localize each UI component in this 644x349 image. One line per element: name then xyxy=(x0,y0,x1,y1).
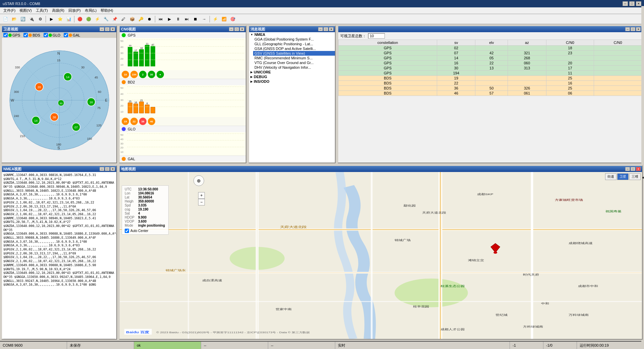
bd2-label: BD2 xyxy=(128,80,135,84)
cno-view-title: CN0视图 ─ □ ✕ xyxy=(120,26,246,32)
tb-settings[interactable]: ⚙ xyxy=(36,15,44,23)
cno-minimize[interactable]: ─ xyxy=(229,27,234,31)
svg-text:16: 16 xyxy=(89,101,93,104)
tree-vtg[interactable]: VTG (Course Over Ground and Gr... xyxy=(253,60,335,65)
auto-center-row[interactable]: Auto Center xyxy=(125,229,166,233)
tree-gga[interactable]: GGA (Global Positioning System F... xyxy=(253,37,335,42)
svg-text:30: 30 xyxy=(59,102,62,105)
tb-play2[interactable]: ▶ xyxy=(165,15,173,23)
tree-insodo[interactable]: ▶ INS/ODO xyxy=(249,79,335,84)
tb-new[interactable]: 📄 xyxy=(1,15,9,23)
tree-unicore[interactable]: ▶ UNICORE xyxy=(249,70,335,74)
tb-btn2[interactable]: 🟢 xyxy=(84,15,93,23)
tb-connect[interactable]: 🔌 xyxy=(27,15,36,23)
map-restore[interactable]: □ xyxy=(631,167,635,171)
tb-refresh[interactable]: 🔄 xyxy=(19,15,27,23)
tb-btn3[interactable]: ⚡ xyxy=(93,15,101,23)
svg-text:38: 38 xyxy=(52,116,56,119)
tb-record[interactable]: ⏺ xyxy=(145,15,154,23)
gps-dot xyxy=(122,33,126,37)
resize-handle[interactable]: ◀ xyxy=(641,25,643,164)
tb-pause[interactable]: ⏸ xyxy=(174,15,182,23)
tb-chart[interactable]: 📊 xyxy=(65,15,73,23)
const-restore[interactable]: □ xyxy=(631,27,635,31)
app-title: uSTAR R3.0.0 - COM8 xyxy=(3,2,40,6)
svg-text:桂丰花园: 桂丰花园 xyxy=(412,305,429,308)
msg-restore[interactable]: □ xyxy=(324,27,328,31)
const-close[interactable]: ✕ xyxy=(636,27,641,31)
zoom-out-btn[interactable]: − xyxy=(198,199,205,206)
tb-btn5[interactable]: 📌 xyxy=(111,15,119,23)
nmea-restore[interactable]: □ xyxy=(105,167,110,171)
menu-file[interactable]: 文件(F) xyxy=(1,7,17,14)
glo-checkbox[interactable]: GLO xyxy=(44,33,60,37)
svg-text:120: 120 xyxy=(96,124,101,127)
tb-btn8[interactable]: 🔑 xyxy=(137,15,145,23)
tb-play[interactable]: ▶ xyxy=(47,15,55,23)
cno-close[interactable]: ✕ xyxy=(240,27,244,31)
tree-gsv[interactable]: GSV (GNSS Satellites in View) xyxy=(253,51,335,56)
menu-view[interactable]: 视图(V) xyxy=(17,7,34,14)
menu-advanced[interactable]: 高级(R) xyxy=(50,7,66,14)
tb-btn1[interactable]: 🔴 xyxy=(76,15,84,23)
svg-text:锦城广场: 锦城广场 xyxy=(394,239,411,241)
minimize-btn[interactable]: ─ xyxy=(623,1,628,6)
menu-playback[interactable]: 回放(P) xyxy=(66,7,83,14)
satellite-btn[interactable]: 卫星 xyxy=(617,173,629,180)
sat-restore[interactable]: □ xyxy=(105,27,110,31)
tb-extra1[interactable]: ⚡ xyxy=(211,15,219,23)
three-btn[interactable]: 三维 xyxy=(629,173,641,180)
tb-btn7[interactable]: 📦 xyxy=(128,15,136,23)
close-btn[interactable]: ✕ xyxy=(636,1,641,6)
svg-text:45: 45 xyxy=(94,76,98,79)
const-minimize[interactable]: ─ xyxy=(625,27,630,31)
tb-arrow[interactable]: → xyxy=(200,15,208,23)
msg-minimize[interactable]: ─ xyxy=(318,27,323,31)
tree-gll[interactable]: GLL (Geographic Positioning - Lat... xyxy=(253,42,335,46)
nav-circle[interactable]: ⊕ xyxy=(193,175,204,186)
toolbar: 📄 📂 🔄 🔌 ⚙ ▶ ⭐ 📊 🔴 🟢 ⚡ 🔧 📌 🖊 📦 🔑 ⏺ ⏮ ▶ ⏸ … xyxy=(0,14,644,24)
map-minimize[interactable]: ─ xyxy=(625,167,630,171)
status-ok: ok xyxy=(134,342,201,349)
sat-close[interactable]: ✕ xyxy=(110,27,115,31)
tree-debug[interactable]: ▶ DEBUG xyxy=(249,74,335,79)
svg-text:30: 30 xyxy=(81,66,84,69)
tree-gsa[interactable]: GSA (GNSS DOP and Active Satelli... xyxy=(253,46,335,51)
svg-text:祝国寿墓: 祝国寿墓 xyxy=(605,210,622,213)
bds-checkbox[interactable]: BDS xyxy=(23,33,40,37)
nmea-minimize[interactable]: ─ xyxy=(100,167,104,171)
zoom-in-btn[interactable]: + xyxy=(198,192,205,199)
tb-stop[interactable]: ⏹ xyxy=(191,15,199,23)
svg-text:成都SKP: 成都SKP xyxy=(477,193,493,195)
tb-btn4[interactable]: 🔧 xyxy=(102,15,110,23)
tree-rmc[interactable]: RMC (Recommended Minimum S... xyxy=(253,56,335,60)
gal-checkbox[interactable]: GAL xyxy=(64,33,80,37)
tb-btn6[interactable]: 🖊 xyxy=(119,15,127,23)
tb-extra2[interactable]: 📶 xyxy=(220,15,228,23)
svg-text:S: S xyxy=(57,146,60,150)
tb-ffwd[interactable]: ⏭ xyxy=(183,15,191,23)
menu-tools[interactable]: 工具(T) xyxy=(34,7,50,14)
menu-layout[interactable]: 布局(L) xyxy=(83,7,99,14)
sv-total-input[interactable] xyxy=(368,33,385,39)
map-close[interactable]: ✕ xyxy=(636,167,641,171)
menu-help[interactable]: 帮助(H) xyxy=(99,7,115,14)
restore-btn[interactable]: □ xyxy=(629,1,635,6)
tb-rewind[interactable]: ⏮ xyxy=(157,15,165,23)
gps-checkbox[interactable]: GPS xyxy=(3,33,20,37)
tree-dhv[interactable]: DHV (Velocity of Navigation Infor... xyxy=(253,65,335,70)
svg-text:滩锦立交: 滩锦立交 xyxy=(468,259,484,261)
cno-restore[interactable]: □ xyxy=(234,27,239,31)
nav-control: ⊕ + − xyxy=(193,175,204,186)
tb-extra3[interactable]: 🎯 xyxy=(229,15,237,23)
table-row: BDS2216 xyxy=(339,81,642,86)
nmea-close[interactable]: ✕ xyxy=(110,167,115,171)
tb-open[interactable]: 📂 xyxy=(10,15,18,23)
tb-star[interactable]: ⭐ xyxy=(56,15,64,23)
sat-minimize[interactable]: ─ xyxy=(100,27,104,31)
msg-close[interactable]: ✕ xyxy=(329,27,334,31)
auto-center-checkbox[interactable] xyxy=(125,229,129,233)
tree-nmea[interactable]: ▼ NMEA xyxy=(249,32,335,37)
svg-text:桂溪生态公园: 桂溪生态公园 xyxy=(440,285,464,288)
street-btn[interactable]: 街道 xyxy=(605,173,617,180)
